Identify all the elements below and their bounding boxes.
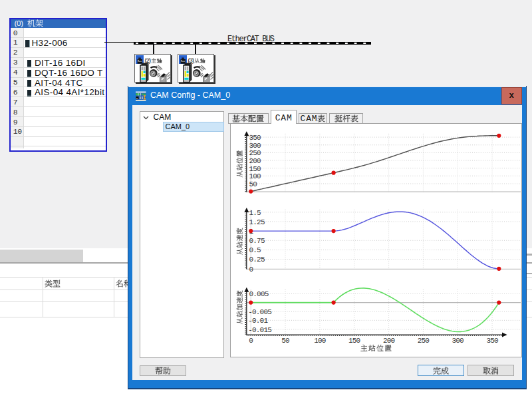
svg-text:50: 50 — [249, 180, 257, 188]
svg-text:250: 250 — [249, 150, 261, 158]
svg-text:250: 250 — [417, 337, 429, 345]
svg-text:0: 0 — [249, 266, 253, 274]
svg-text:350: 350 — [249, 134, 261, 142]
svg-text:100: 100 — [314, 337, 326, 345]
svg-text:1.25: 1.25 — [249, 218, 264, 226]
svg-text:-0.005: -0.005 — [248, 308, 271, 316]
svg-text:0.5: 0.5 — [249, 247, 261, 255]
svg-text:50: 50 — [281, 337, 289, 345]
svg-text:-0.01: -0.01 — [248, 317, 268, 325]
svg-text:150: 150 — [249, 165, 261, 173]
svg-text:0.75: 0.75 — [249, 237, 264, 245]
svg-text:100: 100 — [249, 172, 261, 180]
svg-text:1.5: 1.5 — [249, 209, 261, 217]
svg-text:-0.015: -0.015 — [248, 326, 271, 334]
svg-text:200: 200 — [382, 337, 394, 345]
svg-text:300: 300 — [249, 142, 261, 150]
svg-text:0.25: 0.25 — [249, 256, 264, 264]
svg-text:200: 200 — [249, 157, 261, 165]
svg-text:0: 0 — [249, 337, 253, 345]
svg-text:150: 150 — [348, 337, 360, 345]
svg-text:0.005: 0.005 — [249, 290, 268, 298]
svg-text:350: 350 — [486, 337, 498, 345]
svg-text:300: 300 — [452, 337, 464, 345]
